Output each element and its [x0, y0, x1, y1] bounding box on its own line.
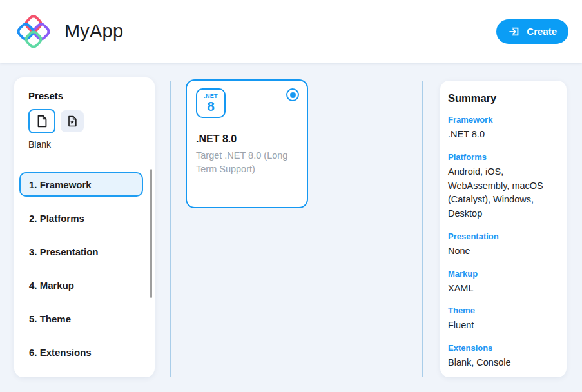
- starred-document-icon: [66, 115, 79, 128]
- sidebar-scrollbar-thumb[interactable]: [150, 169, 152, 298]
- framework-option-description: Target .NET 8.0 (Long Term Support): [196, 149, 294, 176]
- summary-value: None: [448, 244, 558, 259]
- framework-option-title: .NET 8.0: [196, 133, 298, 145]
- divider-sidebar-content: [170, 81, 171, 377]
- summary-section-platforms: Platforms Android, iOS, WebAssembly, mac…: [448, 152, 558, 221]
- summary-value: Fluent: [448, 318, 558, 333]
- summary-panel: Summary Framework .NET 8.0 Platforms And…: [440, 81, 567, 377]
- summary-label: Theme: [448, 306, 558, 315]
- summary-label: Presentation: [448, 231, 558, 241]
- step-framework[interactable]: 1. Framework: [19, 172, 143, 197]
- summary-label: Extensions: [448, 343, 558, 353]
- step-extensions[interactable]: 6. Extensions: [19, 340, 143, 364]
- summary-section-presentation: Presentation None: [448, 231, 558, 259]
- create-button[interactable]: Create: [496, 19, 568, 44]
- step-theme[interactable]: 5. Theme: [19, 306, 143, 331]
- radio-dot: [290, 92, 296, 98]
- summary-value: .NET 8.0: [448, 128, 558, 142]
- create-button-label: Create: [527, 26, 557, 37]
- summary-section-markup: Markup XAML: [448, 269, 558, 296]
- summary-value: Android, iOS, WebAssembly, macOS (Cataly…: [448, 165, 558, 221]
- summary-section-framework: Framework .NET 8.0: [448, 115, 558, 142]
- preset-blank-button[interactable]: [28, 109, 55, 133]
- summary-label: Framework: [448, 115, 558, 124]
- radio-selected-icon[interactable]: [286, 88, 299, 101]
- framework-option-net8-card[interactable]: .NET 8 .NET 8.0 Target .NET 8.0 (Long Te…: [186, 79, 308, 208]
- enter-arrow-icon: [508, 25, 521, 38]
- dotnet8-badge-icon: .NET 8: [196, 88, 226, 118]
- wizard-steps-list: 1. Framework 2. Platforms 3. Presentatio…: [14, 159, 155, 364]
- divider-content-summary: [422, 81, 423, 377]
- summary-heading: Summary: [448, 92, 558, 104]
- summary-section-extensions: Extensions Blank, Console: [448, 343, 558, 370]
- step-platforms[interactable]: 2. Platforms: [19, 206, 143, 230]
- preset-buttons-row: [28, 109, 141, 133]
- badge-number-text: 8: [207, 99, 215, 113]
- summary-value: Blank, Console: [448, 356, 558, 370]
- step-markup[interactable]: 4. Markup: [19, 273, 143, 297]
- page-title: MyApp: [64, 21, 123, 42]
- preset-selected-label: Blank: [28, 139, 141, 150]
- summary-value: XAML: [448, 282, 558, 296]
- app-logo-icon: [17, 15, 50, 48]
- summary-section-theme: Theme Fluent: [448, 306, 558, 333]
- wizard-sidebar: Presets Blank: [14, 77, 155, 377]
- summary-label: Platforms: [448, 152, 558, 162]
- preset-recommended-button[interactable]: [61, 110, 84, 132]
- app-header: MyApp Create: [0, 0, 582, 63]
- presets-heading: Presets: [28, 90, 141, 101]
- summary-label: Markup: [448, 269, 558, 279]
- step-presentation[interactable]: 3. Presentation: [19, 239, 143, 264]
- blank-document-icon: [35, 114, 49, 128]
